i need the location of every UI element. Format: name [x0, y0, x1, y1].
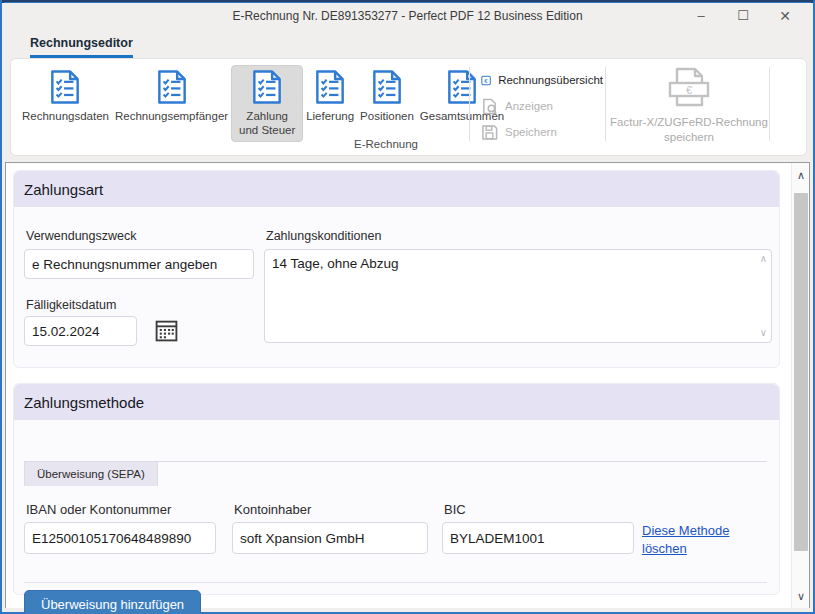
- facturx-speichern-button[interactable]: Factur-X/ZUGFeRD-Rechnung speichern: [609, 65, 769, 151]
- document-preview-icon: [481, 98, 498, 115]
- iban-label: IBAN oder Kontonummer: [26, 502, 171, 517]
- verwendungszweck-label: Verwendungszweck: [26, 229, 136, 243]
- euro-document-icon: [666, 67, 712, 107]
- ribbon-tab-row: Rechnungseditor: [2, 30, 813, 58]
- checklist-document-icon: [447, 69, 477, 105]
- zahlungsmethode-section: Zahlungsmethode Überweisung (SEPA) IBAN …: [13, 383, 780, 595]
- ribbon: Rechnungsdaten Rechnungsempfänger Zahlun…: [10, 58, 807, 156]
- maximize-button[interactable]: ☐: [723, 3, 763, 29]
- bic-input[interactable]: [442, 522, 634, 554]
- checklist-document-icon: [372, 69, 402, 105]
- zahlungskonditionen-label: Zahlungskonditionen: [266, 229, 381, 243]
- rechnungsdaten-button[interactable]: Rechnungsdaten: [19, 65, 112, 127]
- section-title: Zahlungsmethode: [24, 394, 144, 411]
- scroll-down-icon[interactable]: ∨: [760, 328, 767, 338]
- scroll-up-icon[interactable]: ∧: [792, 165, 810, 185]
- ribbon-separator: [605, 67, 606, 141]
- rechnungsuebersicht-button[interactable]: Rechnungsübersicht: [477, 67, 603, 93]
- checklist-document-icon: [252, 69, 282, 105]
- ueberweisung-hinzufuegen-button[interactable]: Überweisung hinzufügen: [24, 590, 201, 614]
- checklist-document-icon: [315, 69, 345, 105]
- scrollbar-thumb[interactable]: [794, 193, 808, 551]
- zahlungsmethode-header: Zahlungsmethode: [14, 384, 779, 420]
- editor-content: Zahlungsart Verwendungszweck Zahlungskon…: [5, 162, 810, 608]
- positionen-button[interactable]: Positionen: [357, 65, 417, 127]
- tab-ueberweisung-sepa[interactable]: Überweisung (SEPA): [24, 461, 158, 486]
- bic-label: BIC: [444, 502, 466, 517]
- euro-square-icon: [481, 72, 491, 89]
- divider: [24, 582, 767, 583]
- tab-rechnungseditor[interactable]: Rechnungseditor: [30, 36, 133, 58]
- checklist-document-icon: [157, 69, 187, 105]
- iban-input[interactable]: [24, 522, 216, 554]
- rechnungsempfaenger-button[interactable]: Rechnungsempfänger: [112, 65, 231, 127]
- zahlungskonditionen-textarea[interactable]: 14 Tage, ohne Abzug ∧ ∨: [264, 249, 772, 343]
- vertical-scrollbar[interactable]: ∧ ∨: [791, 163, 809, 608]
- lieferung-button[interactable]: Lieferung: [303, 65, 357, 127]
- zahlung-und-steuer-button[interactable]: Zahlung und Steuer: [231, 65, 303, 142]
- e-rechnung-button-group: Rechnungsdaten Rechnungsempfänger Zahlun…: [19, 65, 507, 142]
- diese-methode-loeschen-link[interactable]: Diese Methode löschen: [642, 522, 762, 557]
- ribbon-separator: [769, 67, 770, 141]
- app-window: E-Rechnung Nr. DE891353277 - Perfect PDF…: [0, 0, 815, 614]
- section-title: Zahlungsart: [24, 181, 103, 198]
- minimize-button[interactable]: –: [681, 3, 721, 29]
- title-bar: E-Rechnung Nr. DE891353277 - Perfect PDF…: [2, 3, 813, 29]
- kontoinhaber-label: Kontoinhaber: [234, 502, 311, 517]
- anzeigen-button[interactable]: Anzeigen: [477, 93, 603, 119]
- ribbon-separator: [469, 67, 470, 141]
- faelligkeitsdatum-input[interactable]: [24, 316, 137, 346]
- faelligkeitsdatum-label: Fälligkeitsdatum: [26, 298, 116, 312]
- small-button-stack: Rechnungsübersicht Anzeigen Speichern: [477, 67, 603, 145]
- calendar-icon[interactable]: [154, 318, 179, 343]
- zahlungsart-section: Zahlungsart Verwendungszweck Zahlungskon…: [13, 170, 780, 368]
- checklist-document-icon: [50, 69, 80, 105]
- zahlungsart-header: Zahlungsart: [14, 171, 779, 207]
- close-button[interactable]: ✕: [765, 3, 805, 29]
- verwendungszweck-input[interactable]: [24, 249, 254, 279]
- kontoinhaber-input[interactable]: [232, 522, 428, 554]
- scroll-up-icon[interactable]: ∧: [760, 254, 767, 264]
- save-icon: [481, 124, 498, 141]
- scroll-down-icon[interactable]: ∨: [792, 586, 810, 606]
- ribbon-group-label: E-Rechnung: [321, 138, 451, 150]
- speichern-button[interactable]: Speichern: [477, 119, 603, 145]
